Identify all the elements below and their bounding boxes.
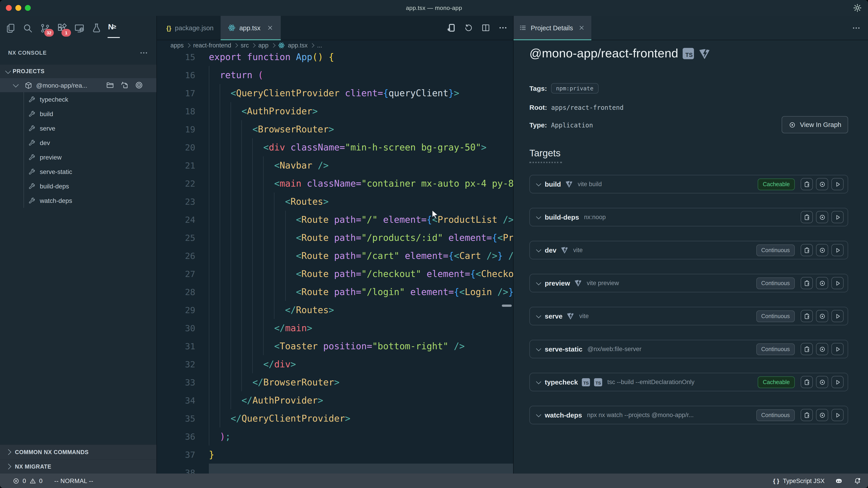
run-button[interactable]	[831, 343, 844, 355]
breadcrumb-item[interactable]: app.tsx	[278, 42, 314, 49]
target-card-dev[interactable]: devviteContinuous	[529, 241, 848, 259]
breadcrumb-item[interactable]: ...	[317, 42, 322, 49]
run-button[interactable]	[831, 211, 844, 223]
copy-button[interactable]	[801, 178, 813, 190]
copy-button[interactable]	[801, 211, 813, 223]
code-line-27[interactable]: 27<Route path="/checkout" element={<Chec…	[157, 265, 513, 283]
sidebar-section-nx-migrate[interactable]: NX MIGRATE	[0, 459, 156, 474]
view-button[interactable]	[816, 211, 828, 223]
run-button[interactable]	[831, 409, 844, 421]
sidebar-section-common-nx-commands[interactable]: COMMON NX COMMANDS	[0, 445, 156, 459]
view-button[interactable]	[816, 409, 828, 421]
target-card-build[interactable]: buildvite buildCacheable	[529, 175, 848, 193]
activity-item-search[interactable]	[22, 23, 33, 34]
code-line-19[interactable]: 19<BrowserRouter>	[157, 120, 513, 138]
code-line-33[interactable]: 33</BrowserRouter>	[157, 373, 513, 391]
copy-button[interactable]	[801, 310, 813, 322]
code-line-37[interactable]: 37}	[157, 446, 513, 464]
view-button[interactable]	[816, 376, 828, 388]
view-in-graph-button[interactable]: View In Graph	[782, 116, 848, 133]
target-card-typecheck[interactable]: typecheckTSTStsc --build --emitDeclarati…	[529, 373, 848, 391]
section-label: NX MIGRATE	[15, 463, 51, 470]
view-button[interactable]	[816, 310, 828, 322]
open-details-icon[interactable]	[447, 23, 456, 33]
projects-section-header[interactable]: PROJECTS	[0, 65, 156, 78]
code-line-34[interactable]: 34</AuthProvider>	[157, 391, 513, 410]
breadcrumb-item[interactable]: react-frontend	[193, 42, 238, 49]
code-line-16[interactable]: 16return (	[157, 66, 513, 84]
breadcrumb-item[interactable]: app	[258, 42, 275, 49]
copilot-icon[interactable]	[835, 477, 843, 485]
code-line-23[interactable]: 23<Routes>	[157, 193, 513, 210]
target-card-serve[interactable]: serveviteContinuous	[529, 307, 848, 325]
code-line-26[interactable]: 26<Route path="/cart" element={<Cart />}…	[157, 247, 513, 265]
code-line-30[interactable]: 30</main>	[157, 319, 513, 337]
code-editor[interactable]: 15export function App() {16return (17<Qu…	[157, 51, 513, 474]
code-line-18[interactable]: 18<AuthProvider>	[157, 102, 513, 120]
code-line-25[interactable]: 25<Route path="/products/:id" element={<…	[157, 229, 513, 247]
code-line-35[interactable]: 35</QueryClientProvider>	[157, 410, 513, 427]
activity-item-nx-console[interactable]: N≥	[108, 23, 119, 34]
code-line-24[interactable]: 24<Route path="/" element={<ProductList …	[157, 210, 513, 229]
activity-item-testing[interactable]	[91, 23, 102, 34]
problems-status[interactable]: 0 0	[13, 477, 42, 484]
copy-button[interactable]	[801, 376, 813, 388]
view-button[interactable]	[816, 343, 828, 355]
line-content: return (	[209, 66, 264, 84]
activity-item-extensions[interactable]: 1	[57, 23, 68, 34]
code-line-28[interactable]: 28<Route path="/login" element={<Login /…	[157, 283, 513, 301]
run-button[interactable]	[831, 310, 844, 322]
more-icon[interactable]	[498, 23, 508, 33]
folder-icon[interactable]	[106, 81, 114, 90]
code-line-32[interactable]: 32</div>	[157, 355, 513, 373]
run-button[interactable]	[831, 244, 844, 256]
workbench: 321N≥ NX CONSOLE PROJECTS @mono-app/rea.…	[0, 16, 868, 474]
code-line-38[interactable]: 38	[157, 464, 513, 474]
activity-item-remote-explorer[interactable]	[74, 23, 85, 34]
project-row[interactable]: @mono-app/rea...	[0, 78, 156, 92]
tab-project-details[interactable]: Project Details	[514, 16, 592, 40]
code-line-21[interactable]: 21<Navbar />	[157, 156, 513, 174]
target-icon[interactable]	[135, 81, 143, 90]
code-line-31[interactable]: 31<Toaster position="bottom-right" />	[157, 337, 513, 355]
settings-gear-icon[interactable]	[852, 3, 862, 13]
copy-button[interactable]	[801, 343, 813, 355]
react-icon	[278, 42, 285, 49]
copy-button[interactable]	[801, 409, 813, 421]
panel-body: @mono-app/react-frontend TS Tags: npm:pr…	[514, 40, 868, 474]
run-button[interactable]	[831, 178, 844, 190]
activity-item-source-control[interactable]: 32	[39, 23, 51, 34]
code-line-15[interactable]: 15export function App() {	[157, 51, 513, 66]
breadcrumb-item[interactable]: src	[241, 42, 255, 49]
target-card-preview[interactable]: previewvite previewContinuous	[529, 274, 848, 292]
notifications-bell-icon[interactable]	[853, 477, 862, 485]
code-line-36[interactable]: 36);	[157, 427, 513, 446]
panel-more-icon[interactable]	[852, 24, 861, 33]
breadcrumb-label: ...	[317, 42, 322, 49]
tab-app.tsx[interactable]: app.tsx	[221, 16, 281, 40]
view-button[interactable]	[816, 178, 828, 190]
copy-button[interactable]	[801, 244, 813, 256]
code-line-20[interactable]: 20<div className="min-h-screen bg-gray-5…	[157, 138, 513, 156]
tab-package.json[interactable]: {}package.json	[157, 16, 221, 40]
target-card-watch-deps[interactable]: watch-depsnpx nx watch --projects @mono-…	[529, 406, 848, 424]
code-line-17[interactable]: 17<QueryClientProvider client={queryClie…	[157, 84, 513, 102]
view-button[interactable]	[816, 244, 828, 256]
target-card-build-deps[interactable]: build-depsnx:noop	[529, 208, 848, 226]
activity-item-explorer[interactable]	[5, 23, 16, 34]
close-icon[interactable]	[267, 24, 274, 31]
run-button[interactable]	[831, 277, 844, 289]
copy-button[interactable]	[801, 277, 813, 289]
sidebar-more-icon[interactable]	[139, 48, 148, 57]
code-line-22[interactable]: 22<main className="container mx-auto px-…	[157, 174, 513, 193]
refresh-icon[interactable]	[464, 23, 473, 33]
generate-icon[interactable]	[120, 81, 129, 90]
view-button[interactable]	[816, 277, 828, 289]
language-mode[interactable]: { } TypeScript JSX	[773, 477, 825, 484]
close-icon[interactable]	[579, 24, 585, 31]
breadcrumb-item[interactable]: apps	[170, 42, 190, 49]
target-card-serve-static[interactable]: serve-static@nx/web:file-serverContinuou…	[529, 340, 848, 358]
code-line-29[interactable]: 29</Routes>	[157, 301, 513, 319]
split-editor-icon[interactable]	[481, 23, 491, 33]
run-button[interactable]	[831, 376, 844, 388]
